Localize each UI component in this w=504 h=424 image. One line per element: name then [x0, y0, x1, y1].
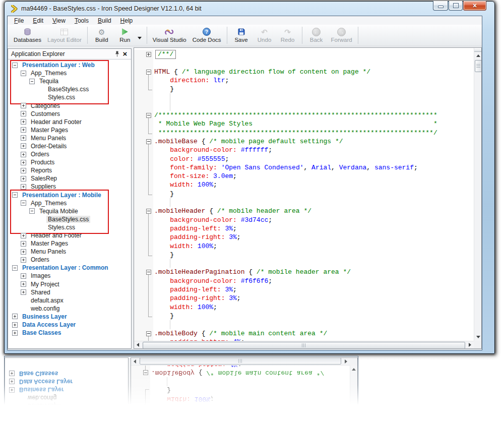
tree-expander-collapsed[interactable] [21, 281, 26, 287]
tree-item-master-pages[interactable]: Master Pages [8, 239, 131, 248]
run-dropdown-button[interactable] [138, 32, 143, 39]
tree-item-presentation-layer-common[interactable]: Presentation Layer : Common [8, 264, 131, 272]
tree-expander-collapsed[interactable] [21, 135, 26, 141]
tree-expander-collapsed[interactable] [21, 184, 26, 190]
tree-item-master-pages[interactable]: Master Pages [8, 126, 131, 134]
menu-item-edit[interactable]: Edit [28, 17, 48, 25]
tree-item-tequila-mobile[interactable]: Tequila Mobile [8, 207, 131, 215]
pin-button[interactable] [113, 50, 121, 58]
tree-item-menu-panels[interactable]: Menu Panels [8, 248, 131, 256]
horizontal-scrollbar[interactable] [134, 341, 474, 348]
horizontal-scroll-track[interactable] [142, 341, 466, 348]
scroll-up-button[interactable] [474, 52, 482, 59]
scroll-right-button[interactable] [466, 341, 474, 349]
horizontal-scroll-thumb[interactable] [143, 342, 465, 349]
tree-item-presentation-layer-web[interactable]: Presentation Layer : Web [8, 61, 131, 69]
menu-item-help[interactable]: Help [116, 17, 138, 25]
tree-item-tequila[interactable]: Tequila [8, 77, 131, 85]
tree-expander-collapsed[interactable] [12, 314, 18, 319]
toolbar-button-redo[interactable]: ↷Redo [276, 27, 299, 44]
toolbar-button-run[interactable]: Run [113, 27, 137, 44]
tree-item-business-layer[interactable]: Business Layer [8, 313, 131, 321]
tree-expander-collapsed[interactable] [21, 257, 26, 263]
tree-item-products[interactable]: Products [8, 158, 131, 166]
tree-item-header-and-footer[interactable]: Header and Footer [8, 231, 131, 239]
vertical-scrollbar[interactable] [474, 48, 481, 341]
toolbar-button-forward[interactable]: →Forward [328, 27, 355, 44]
fold-collapse-icon[interactable] [146, 70, 151, 75]
close-button[interactable]: × [463, 1, 486, 11]
menu-item-tools[interactable]: Tools [70, 17, 93, 25]
tree-item-menu-panels[interactable]: Menu Panels [8, 134, 131, 142]
fold-collapse-icon[interactable] [146, 270, 151, 275]
toolbar-button-layout-editor[interactable]: Layout Editor [44, 27, 85, 44]
tree-item-customers[interactable]: Customers [8, 110, 131, 118]
tree-expander-collapsed[interactable] [21, 160, 26, 165]
tree-item-salesrep[interactable]: SalesRep [8, 174, 131, 183]
tree-item-basestyles-css[interactable]: BaseStyles.css [8, 215, 131, 223]
scroll-down-button[interactable] [474, 333, 482, 341]
title-bar[interactable]: ma94469 - BaseStyles.css - Iron Speed De… [7, 2, 482, 16]
minimize-button[interactable] [433, 1, 448, 11]
toolbar-button-databases[interactable]: Databases [11, 27, 44, 44]
tree-expander-collapsed[interactable] [21, 233, 26, 238]
tree-expander-expanded[interactable] [12, 192, 18, 198]
tree-item-data-access-layer[interactable]: Data Access Layer [8, 321, 131, 329]
tree-expander-expanded[interactable] [21, 71, 26, 76]
tree-expander-expanded[interactable] [12, 265, 18, 271]
code-area[interactable]: /**/HTML { /* language direction flow of… [134, 48, 474, 341]
restore-button[interactable] [449, 1, 463, 11]
tree-item-styles-css[interactable]: Styles.css [8, 93, 131, 101]
tree-item-shared[interactable]: Shared [8, 288, 131, 296]
toolbar-button-undo[interactable]: ↶Undo [253, 27, 276, 44]
tree-expander-collapsed[interactable] [21, 152, 26, 157]
toolbar-button-back[interactable]: ←Back [305, 27, 328, 44]
tree-expander-collapsed[interactable] [21, 143, 26, 149]
toolbar-button-visual-studio[interactable]: Visual Studio [150, 27, 190, 44]
tree-expander-collapsed[interactable] [21, 119, 26, 125]
tree-expander-expanded[interactable] [21, 200, 26, 206]
tree-item-order-details[interactable]: Order-Details [8, 142, 131, 150]
tree-expander-collapsed[interactable] [21, 103, 26, 108]
tree-expander-collapsed[interactable] [21, 176, 26, 181]
tree-item-presentation-layer-mobile[interactable]: Presentation Layer : Mobile [8, 191, 131, 199]
tree-expander-collapsed[interactable] [21, 289, 26, 295]
tree-item-base-classes[interactable]: Base Classes [8, 329, 131, 337]
fold-expand-icon[interactable] [146, 52, 151, 57]
tree-item-images[interactable]: Images [8, 272, 131, 280]
toolbar-button-save[interactable]: Save [230, 27, 253, 44]
tree-item-styles-css[interactable]: Styles.css [8, 223, 131, 231]
tree-expander-expanded[interactable] [29, 208, 35, 214]
tree-expander-collapsed[interactable] [21, 168, 26, 173]
tree-item-app-themes[interactable]: App_Themes [8, 69, 131, 77]
fold-collapse-icon[interactable] [146, 331, 151, 336]
panel-close-button[interactable]: × [121, 50, 129, 58]
tree-expander-collapsed[interactable] [12, 330, 18, 336]
fold-collapse-icon[interactable] [146, 139, 151, 144]
tree-item-app-themes[interactable]: App_Themes [8, 199, 131, 207]
split-view-handle[interactable] [474, 48, 481, 52]
tree-expander-expanded[interactable] [29, 79, 35, 84]
fold-collapse-icon[interactable] [146, 113, 151, 118]
menu-item-file[interactable]: File [10, 17, 28, 25]
tree-item-header-and-footer[interactable]: Header and Footer [8, 118, 131, 126]
code-editor[interactable]: /**/HTML { /* language direction flow of… [134, 47, 482, 349]
tree-item-orders[interactable]: Orders [8, 150, 131, 158]
tree-expander-collapsed[interactable] [21, 273, 26, 279]
tree-item-reports[interactable]: Reports [8, 166, 131, 174]
vertical-scroll-thumb[interactable] [475, 60, 482, 72]
tree-item-suppliers[interactable]: Suppliers [8, 183, 131, 191]
fold-collapse-icon[interactable] [146, 209, 151, 214]
scroll-left-button[interactable] [134, 341, 142, 349]
menu-item-view[interactable]: View [48, 17, 70, 25]
tree-item-my-project[interactable]: My Project [8, 280, 131, 288]
menu-item-build[interactable]: Build [93, 17, 116, 25]
tree-item-default-aspx[interactable]: default.aspx [8, 296, 131, 305]
tree-item-web-config[interactable]: web.config [8, 305, 131, 313]
tree-expander-collapsed[interactable] [21, 249, 26, 255]
tree-expander-expanded[interactable] [12, 63, 18, 68]
tree-item-basestyles-css[interactable]: BaseStyles.css [8, 85, 131, 93]
tree-expander-collapsed[interactable] [21, 127, 26, 133]
tree-item-categories[interactable]: Categories [8, 101, 131, 109]
tree-expander-collapsed[interactable] [21, 241, 26, 247]
